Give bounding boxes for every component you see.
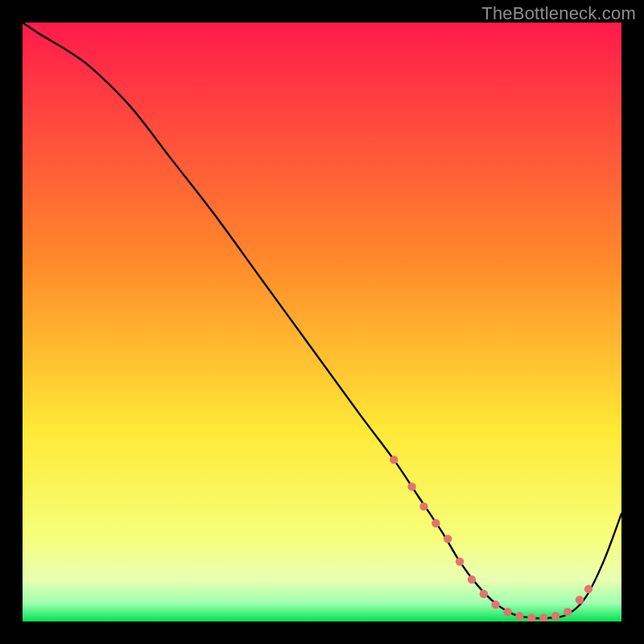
- valley-dot: [564, 608, 572, 616]
- valley-dot: [503, 608, 511, 616]
- gradient-background: [23, 23, 621, 621]
- chart-svg: [0, 0, 644, 644]
- valley-dot: [431, 519, 440, 527]
- valley-dot: [456, 557, 464, 565]
- valley-dot: [492, 601, 500, 609]
- valley-dot: [444, 535, 452, 543]
- valley-dot: [390, 456, 398, 464]
- valley-dot: [539, 613, 547, 621]
- watermark-text: TheBottleneck.com: [481, 3, 636, 24]
- valley-dot: [480, 590, 488, 598]
- chart-container: TheBottleneck.com: [0, 0, 644, 644]
- valley-dot: [407, 482, 415, 490]
- valley-dot: [584, 585, 592, 593]
- valley-dot: [468, 576, 476, 584]
- valley-dot: [419, 502, 427, 510]
- valley-dot: [576, 596, 584, 604]
- valley-dot: [551, 612, 559, 620]
- valley-dot: [527, 613, 535, 621]
- valley-dot: [515, 612, 523, 620]
